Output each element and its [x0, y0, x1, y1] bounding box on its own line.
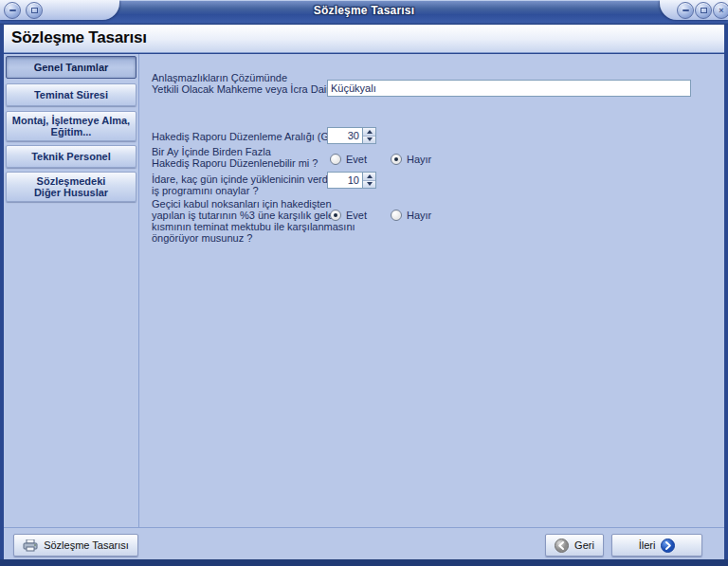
- sidebar-item-teknik-personel[interactable]: Teknik Personel: [6, 145, 136, 168]
- report-interval-spinner: [327, 127, 376, 144]
- multiple-reports-radio-hayir[interactable]: Hayır: [391, 153, 431, 165]
- spin-down-button[interactable]: [363, 181, 375, 189]
- program-approval-label: İdare, kaç gün içinde yüklenicinin verdi…: [152, 173, 338, 196]
- sidebar-item-genel-tanimlar[interactable]: Genel Tanımlar: [6, 56, 136, 79]
- sidebar-item-label: Teminat Süresi: [34, 89, 108, 100]
- back-button-label: Geri: [574, 539, 594, 551]
- court-input[interactable]: [327, 80, 691, 97]
- window-title: Sözleşme Tasarısı: [0, 4, 728, 17]
- radio-icon: [330, 154, 341, 165]
- heading-band: Sözleşme Tasarısı: [4, 25, 724, 53]
- sidebar-item-sozlesmedeki-diger-hususlar[interactable]: Sözleşmedeki Diğer Hususlar: [6, 172, 136, 202]
- next-arrow-icon: [661, 539, 675, 553]
- application-window: Sözleşme Tasarısı × Sözleşme Tasarısı Ge…: [0, 0, 728, 566]
- close-button[interactable]: ×: [713, 2, 728, 19]
- radio-label: Hayır: [407, 154, 431, 165]
- print-button-label: Sözleşme Tasarısı: [44, 539, 129, 551]
- close-icon: ×: [719, 7, 723, 15]
- radio-label: Evet: [346, 154, 367, 165]
- multiple-reports-radio-evet[interactable]: Evet: [330, 153, 367, 165]
- next-button-label: İleri: [639, 539, 656, 551]
- minimize-icon: [682, 9, 689, 11]
- arrow-down-icon: [367, 137, 373, 141]
- acceptance-guarantee-radio-evet[interactable]: Evet: [330, 209, 367, 221]
- maximize-button[interactable]: [695, 2, 712, 19]
- footer-bar: Sözleşme Tasarısı Geri İleri: [4, 527, 724, 559]
- sidebar-item-teminat-suresi[interactable]: Teminat Süresi: [6, 83, 136, 106]
- window-bottom-frame: [0, 559, 728, 566]
- arrow-up-icon: [367, 174, 373, 178]
- minimize-button[interactable]: [677, 2, 694, 19]
- report-interval-label: Hakediş Raporu Düzenleme Aralığı (Gün): [152, 131, 344, 142]
- print-contract-button[interactable]: Sözleşme Tasarısı: [13, 534, 138, 557]
- radio-label: Hayır: [407, 210, 431, 221]
- sidebar-item-label: Sözleşmedeki Diğer Hususlar: [34, 175, 108, 198]
- menu-icon: [9, 9, 16, 11]
- radio-label: Evet: [346, 210, 367, 221]
- spin-up-button[interactable]: [363, 173, 375, 181]
- spin-down-button[interactable]: [363, 137, 375, 144]
- back-button[interactable]: Geri: [545, 534, 604, 557]
- sidebar-item-label: Montaj, İşletmeye Alma, Eğitim...: [12, 115, 130, 137]
- sidebar-item-label: Teknik Personel: [31, 151, 111, 162]
- spinner-buttons: [362, 172, 376, 189]
- sidebar-item-montaj-isletme-egitim[interactable]: Montaj, İşletmeye Alma, Eğitim...: [6, 111, 136, 141]
- titlebar: Sözleşme Tasarısı ×: [0, 0, 728, 25]
- window-menu-button-2[interactable]: [26, 2, 43, 19]
- spinner-buttons: [362, 127, 376, 144]
- program-approval-spinner: [327, 172, 376, 189]
- acceptance-guarantee-label: Geçici kabul noksanları için hakedişten …: [152, 198, 355, 244]
- program-approval-input[interactable]: [327, 172, 362, 189]
- back-arrow-icon: [555, 539, 569, 553]
- sidebar-divider: [138, 54, 139, 527]
- radio-icon: [330, 210, 341, 221]
- arrow-up-icon: [367, 130, 373, 134]
- acceptance-guarantee-radio-hayir[interactable]: Hayır: [391, 209, 431, 221]
- printer-icon: [23, 539, 38, 552]
- arrow-down-icon: [367, 182, 373, 186]
- multiple-reports-label: Bir Ay İçinde Birden Fazla Hakediş Rapor…: [152, 146, 318, 169]
- radio-icon: [391, 154, 402, 165]
- next-button[interactable]: İleri: [611, 534, 702, 557]
- spin-up-button[interactable]: [363, 128, 375, 137]
- maximize-icon: [701, 8, 707, 13]
- page-title: Sözleşme Tasarısı: [11, 28, 147, 47]
- court-label: Anlaşmazlıkların Çözümünde Yetkili Olaca…: [152, 72, 343, 95]
- radio-icon: [391, 210, 402, 221]
- report-interval-input[interactable]: [327, 127, 362, 144]
- sidebar-item-label: Genel Tanımlar: [34, 62, 109, 73]
- content-area: Genel Tanımlar Teminat Süresi Montaj, İş…: [4, 54, 724, 527]
- window-menu-button-1[interactable]: [4, 2, 21, 19]
- window-icon: [31, 8, 38, 13]
